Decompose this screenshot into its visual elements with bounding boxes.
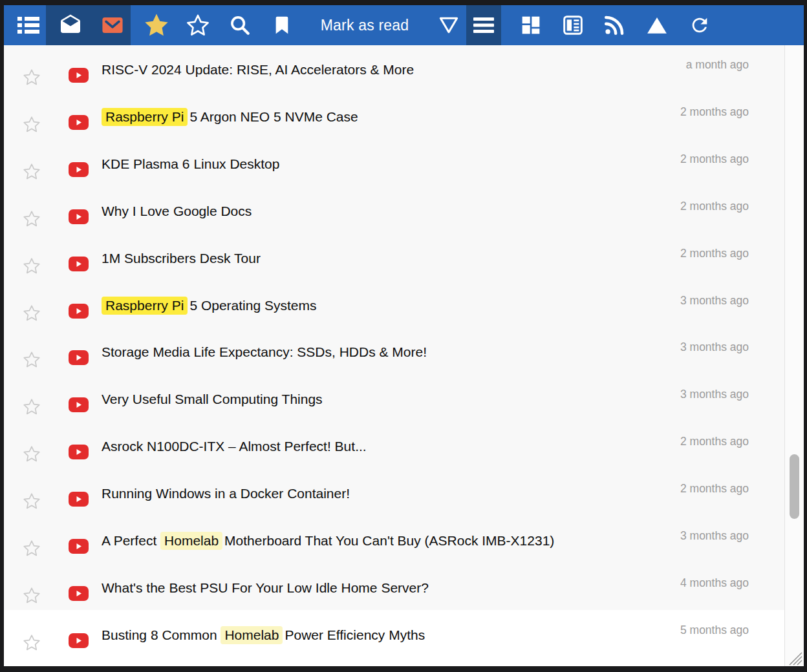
item-timestamp: 3 months ago [680,388,749,401]
item-title[interactable]: What's the Best PSU For Your Low Idle Ho… [102,579,429,597]
list-item[interactable]: A Perfect HomelabMotherboard That You Ca… [4,516,785,563]
window-resize-grip[interactable] [786,649,802,666]
star-outline-icon[interactable] [23,163,41,180]
star-outline-icon[interactable] [23,587,41,604]
item-title[interactable]: KDE Plasma 6 Linux Desktop [102,155,279,173]
youtube-icon [69,492,89,507]
star-outline-icon[interactable] [23,68,41,86]
item-title[interactable]: Running Windows in a Docker Container! [102,485,350,503]
bookmark-icon[interactable] [265,5,299,45]
youtube-icon [69,304,89,319]
youtube-icon [69,209,89,224]
search-highlight: Raspberry Pi [102,108,188,126]
item-timestamp: 2 months ago [680,482,749,496]
item-title[interactable]: A Perfect HomelabMotherboard That You Ca… [102,532,554,550]
star-outline-icon[interactable] [23,445,41,463]
item-title[interactable]: Storage Media Life Expectancy: SSDs, HDD… [102,343,427,361]
filter-dropdown-icon[interactable] [432,5,466,45]
unread-envelope-icon[interactable] [96,5,129,45]
star-outline-icon[interactable] [23,210,41,227]
star-outline-icon[interactable] [23,398,41,415]
youtube-icon [69,115,89,130]
star-outline-icon[interactable] [23,492,41,510]
item-title[interactable]: 1M Subscribers Desk Tour [102,249,261,268]
item-timestamp: 5 months ago [680,624,749,637]
star-outline-icon[interactable] [23,634,41,651]
star-outline-icon[interactable] [23,304,41,322]
star-outline-icon[interactable] [181,5,215,45]
star-filled-icon[interactable] [140,5,173,45]
youtube-icon [69,633,89,648]
layout-grid-icon[interactable] [514,5,548,45]
list-item[interactable]: Raspberry Pi5 Argon NEO 5 NVMe Case 2 mo… [4,92,785,140]
youtube-icon [69,68,89,83]
list-item[interactable]: RISC-V 2024 Update: RISE, AI Accelerator… [4,45,785,92]
star-outline-icon[interactable] [23,351,41,368]
list-item[interactable]: KDE Plasma 6 Linux Desktop 2 months ago [4,140,785,187]
list-item[interactable]: Busting 8 Common HomelabPower Efficiency… [4,611,785,658]
item-title[interactable]: Raspberry Pi5 Operating Systems [102,297,316,315]
item-timestamp: 2 months ago [680,435,749,448]
scrollbar-track[interactable] [784,45,804,666]
star-outline-icon[interactable] [23,116,41,133]
item-title[interactable]: Busting 8 Common HomelabPower Efficiency… [102,626,425,644]
youtube-icon [69,162,89,177]
list-item[interactable]: Raspberry Pi5 Operating Systems 3 months… [4,281,785,328]
search-highlight: Raspberry Pi [102,297,188,315]
star-outline-icon[interactable] [23,257,41,275]
list-item[interactable]: What's the Best PSU For Your Low Idle Ho… [4,563,785,611]
list-item[interactable]: 1M Subscribers Desk Tour 2 months ago [4,234,785,281]
menu-icon[interactable] [467,5,500,45]
list-item[interactable]: Asrock N100DC-ITX – Almost Perfect! But.… [4,422,785,469]
list-item[interactable]: Very Useful Small Computing Things 3 mon… [4,375,785,422]
youtube-icon [69,539,89,554]
search-highlight: Homelab [221,626,283,644]
item-title[interactable]: Very Useful Small Computing Things [102,390,323,408]
item-timestamp: 2 months ago [680,105,749,119]
item-title[interactable]: Raspberry Pi5 Argon NEO 5 NVMe Case [102,108,358,126]
item-title[interactable]: RISC-V 2024 Update: RISE, AI Accelerator… [102,61,414,79]
open-envelope-icon[interactable] [54,5,87,45]
article-list: RISC-V 2024 Update: RISE, AI Accelerator… [4,45,804,666]
item-timestamp: 3 months ago [680,294,749,308]
youtube-icon [69,445,89,459]
toolbar: Mark as read [4,5,804,45]
item-timestamp: 2 months ago [680,200,749,213]
item-timestamp: 2 months ago [680,152,749,166]
triangle-up-icon[interactable] [640,5,674,45]
rss-icon[interactable] [597,5,631,45]
item-timestamp: 2 months ago [680,247,749,260]
refresh-icon[interactable] [683,5,716,45]
youtube-icon [69,350,89,365]
unread-list-icon[interactable] [12,5,45,45]
youtube-icon [69,397,89,412]
reader-view-icon[interactable] [556,5,590,45]
youtube-icon [69,586,89,601]
item-timestamp: 3 months ago [680,341,749,354]
scrollbar-thumb[interactable] [790,454,799,519]
item-title[interactable]: Asrock N100DC-ITX – Almost Perfect! But.… [102,437,367,456]
search-icon[interactable] [223,5,257,45]
item-timestamp: a month ago [686,58,749,72]
search-highlight: Homelab [160,532,222,550]
list-item[interactable]: Storage Media Life Expectancy: SSDs, HDD… [4,328,785,375]
star-outline-icon[interactable] [23,540,41,557]
mark-as-read-button[interactable]: Mark as read [308,5,422,45]
youtube-icon [69,257,89,271]
list-item[interactable]: Why I Love Google Docs 2 months ago [4,187,785,234]
item-timestamp: 3 months ago [680,529,749,543]
item-timestamp: 4 months ago [680,576,749,590]
list-item[interactable]: Running Windows in a Docker Container! 2… [4,469,785,516]
item-title[interactable]: Why I Love Google Docs [102,202,252,220]
